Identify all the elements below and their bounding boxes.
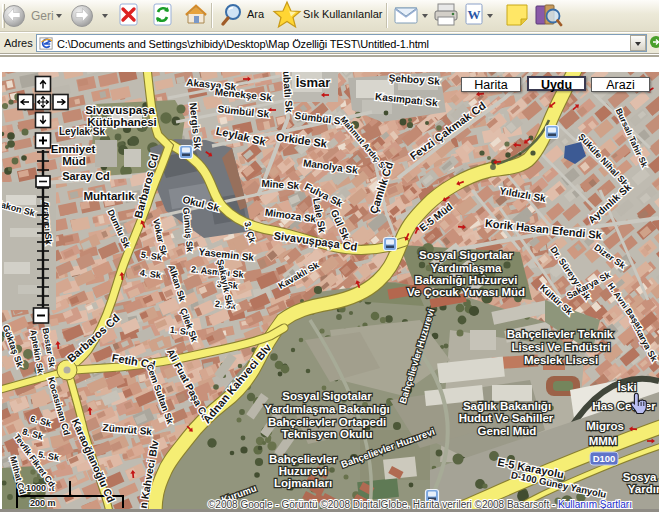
svg-text:Migros: Migros [586, 420, 624, 432]
svg-text:D100: D100 [593, 453, 616, 464]
svg-text:Sivavuspaşa: Sivavuspaşa [85, 104, 155, 116]
svg-text:İski: İski [617, 381, 636, 393]
svg-text:W: W [468, 7, 481, 22]
svg-text:Muhtarlık: Muhtarlık [83, 190, 135, 202]
svg-text:Kütüphanesi: Kütüphanesi [87, 116, 157, 128]
svg-text:200 m: 200 m [30, 498, 56, 508]
svg-text:Müd: Müd [62, 155, 86, 167]
svg-text:MMM: MMM [589, 435, 618, 447]
svg-text:Teknisyen Okulu: Teknisyen Okulu [281, 428, 372, 440]
svg-text:Hudut Ve Sahiller: Hudut Ve Sahiller [459, 412, 554, 424]
svg-text:Yardım: Yardım [628, 483, 659, 495]
svg-text:Meslek Lisesi: Meslek Lisesi [524, 354, 598, 366]
svg-text:Bakanlığı Huzurevi: Bakanlığı Huzurevi [415, 274, 518, 286]
svg-text:Sağlık Bakanlığı: Sağlık Bakanlığı [463, 400, 551, 412]
svg-text:Emniyet: Emniyet [51, 143, 96, 155]
svg-text:Sosyal Sigotalar: Sosyal Sigotalar [282, 390, 372, 402]
svg-text:Genel Müd: Genel Müd [478, 425, 537, 437]
svg-text:Yardımlaşma Bakanlığı: Yardımlaşma Bakanlığı [264, 403, 389, 415]
svg-text:Saray Cd: Saray Cd [62, 170, 110, 182]
svg-text:Lisesi Ve Endüstri: Lisesi Ve Endüstri [511, 341, 610, 353]
svg-text:İsmar: İsmar [296, 75, 331, 90]
svg-text:Yardımlaşma: Yardımlaşma [431, 262, 503, 274]
svg-text:Sosya S: Sosya S [623, 471, 659, 483]
svg-text:Sosyal Sigortalar: Sosyal Sigortalar [419, 249, 513, 261]
svg-text:Ve Çocuk Yuvası Müd: Ve Çocuk Yuvası Müd [407, 286, 525, 298]
svg-text:Bahçelievler Ortapedi: Bahçelievler Ortapedi [268, 416, 386, 428]
svg-text:Lojmanları: Lojmanları [274, 477, 332, 489]
svg-text:Huzurevi: Huzurevi [279, 465, 328, 477]
svg-text:Bahçelievler: Bahçelievler [269, 453, 337, 465]
svg-text:Bahçelievler Teknik: Bahçelievler Teknik [507, 328, 614, 340]
